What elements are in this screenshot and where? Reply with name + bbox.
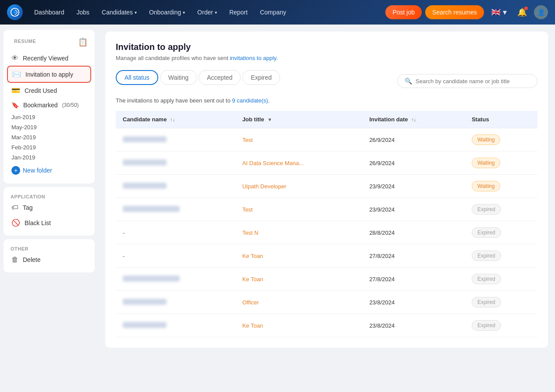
- invitations-table: Candidate name ↑↓ Job title ▼ Invitation…: [116, 111, 537, 337]
- search-input[interactable]: [416, 78, 530, 85]
- col-candidate-name[interactable]: Candidate name ↑↓: [116, 111, 235, 128]
- nav-order[interactable]: Order ▾: [193, 6, 221, 18]
- job-title-link[interactable]: Ke Toan: [242, 276, 263, 283]
- application-section-label: APPLICATION: [7, 192, 49, 203]
- job-title-link[interactable]: Test: [242, 206, 253, 213]
- other-sidebar-card: OTHER 🗑 Delete: [4, 239, 95, 272]
- job-title-link[interactable]: Ke Toan: [242, 322, 263, 329]
- job-title-cell[interactable]: AI Data Science Mana...: [235, 152, 363, 175]
- job-title-link[interactable]: Uipath Developer: [242, 183, 286, 190]
- table-row: -Test N28/8/2024Expired: [116, 221, 537, 244]
- candidate-name-blurred: [123, 183, 167, 189]
- status-badge: Waiting: [472, 134, 501, 145]
- candidate-cell: [116, 128, 235, 152]
- nav-onboarding[interactable]: Onboarding ▾: [145, 6, 189, 18]
- nav-dashboard[interactable]: Dashboard: [30, 6, 69, 18]
- job-title-link[interactable]: Test N: [242, 230, 259, 236]
- job-title-link[interactable]: Officer: [242, 299, 259, 306]
- folder-may-2019[interactable]: May-2019: [11, 122, 87, 132]
- status-badge: Expired: [472, 204, 501, 215]
- sort-icon-date: ↑↓: [411, 117, 416, 122]
- app-logo[interactable]: [7, 4, 23, 20]
- job-title-link[interactable]: AI Data Science Mana...: [242, 160, 304, 166]
- invitation-date-cell: 26/9/2024: [362, 128, 465, 152]
- candidate-cell: [116, 152, 235, 175]
- folder-jun-2019[interactable]: Jun-2019: [11, 112, 87, 122]
- language-selector[interactable]: 🇬🇧 ▾: [487, 6, 510, 19]
- job-title-cell[interactable]: Uipath Developer: [235, 175, 363, 198]
- sidebar-bookmarked[interactable]: 🔖 Bookmarked (30/50): [7, 98, 91, 112]
- job-title-link[interactable]: Ke Toan: [242, 253, 263, 259]
- job-title-cell[interactable]: Test: [235, 198, 363, 221]
- sidebar-item-recently-viewed[interactable]: 👁 Recently Viewed: [7, 51, 91, 66]
- tab-expired[interactable]: Expired: [242, 70, 280, 85]
- candidate-cell: -: [116, 244, 235, 268]
- subtitle-link[interactable]: invitations to apply: [230, 55, 276, 61]
- folder-feb-2019[interactable]: Feb-2019: [11, 142, 87, 152]
- status-tabs: All status Waiting Accepted Expired: [116, 70, 280, 85]
- candidate-name-blurred: [123, 159, 167, 166]
- user-avatar[interactable]: 👤: [534, 5, 548, 19]
- col-job-title[interactable]: Job title ▼: [235, 111, 363, 128]
- content-card: Invitation to apply Manage all candidate…: [105, 32, 548, 348]
- status-badge: Expired: [472, 320, 501, 331]
- status-cell: Waiting: [465, 175, 537, 198]
- job-title-cell[interactable]: Ke Toan: [235, 268, 363, 291]
- blacklist-icon: 🚫: [11, 219, 20, 227]
- table-row: AI Data Science Mana...26/9/2024Waiting: [116, 152, 537, 175]
- sidebar-item-blacklist[interactable]: 🚫 Black List: [7, 215, 91, 230]
- job-title-cell[interactable]: Test N: [235, 221, 363, 244]
- bookmark-icon: 🔖: [11, 102, 19, 109]
- resume-section-label: RESUME: [11, 37, 39, 47]
- job-title-cell[interactable]: Ke Toan: [235, 314, 363, 337]
- status-cell: Waiting: [465, 128, 537, 152]
- folder-jan-2019[interactable]: Jan-2019: [11, 152, 87, 162]
- candidate-name-blurred: [123, 206, 180, 212]
- status-badge: Expired: [472, 227, 501, 238]
- tab-accepted[interactable]: Accepted: [199, 70, 241, 85]
- add-resume-icon[interactable]: 📋: [78, 37, 88, 47]
- candidate-cell: -: [116, 221, 235, 244]
- page-subtitle: Manage all candidate profiles who have s…: [116, 55, 537, 61]
- nav-company[interactable]: Company: [256, 6, 291, 18]
- col-invitation-date[interactable]: Invitation date ↑↓: [362, 111, 465, 128]
- candidate-name-blurred: [123, 322, 167, 328]
- tab-waiting[interactable]: Waiting: [160, 70, 197, 85]
- status-cell: Waiting: [465, 152, 537, 175]
- nav-jobs[interactable]: Jobs: [72, 6, 94, 18]
- status-cell: Expired: [465, 198, 537, 221]
- candidate-cell: [116, 198, 235, 221]
- invitation-info: The invitations to apply have been sent …: [116, 97, 537, 104]
- job-title-cell[interactable]: Test: [235, 128, 363, 152]
- job-title-cell[interactable]: Ke Toan: [235, 244, 363, 268]
- sidebar: RESUME 📋 👁 Recently Viewed ✉️ Invitation…: [0, 25, 98, 392]
- credit-icon: 💳: [11, 86, 20, 95]
- table-row: Ke Toan23/8/2024Expired: [116, 314, 537, 337]
- folder-mar-2019[interactable]: Mar-2019: [11, 132, 87, 142]
- job-title-link[interactable]: Test: [242, 137, 253, 143]
- invitation-date-cell: 23/9/2024: [362, 175, 465, 198]
- job-title-cell[interactable]: Officer: [235, 291, 363, 314]
- candidate-name-dash: -: [123, 230, 125, 236]
- plus-icon: +: [11, 166, 20, 175]
- nav-candidates[interactable]: Candidates ▾: [97, 6, 141, 18]
- notifications-button[interactable]: 🔔: [514, 6, 530, 19]
- tab-all-status[interactable]: All status: [116, 70, 158, 85]
- post-job-button[interactable]: Post job: [385, 5, 422, 19]
- search-resumes-button[interactable]: Search resumes: [425, 5, 484, 19]
- nav-report[interactable]: Report: [225, 6, 252, 18]
- status-badge: Waiting: [472, 158, 501, 168]
- status-cell: Expired: [465, 244, 537, 268]
- candidate-name-dash: -: [123, 253, 125, 259]
- table-row: Test23/9/2024Expired: [116, 198, 537, 221]
- invitation-date-cell: 28/8/2024: [362, 221, 465, 244]
- invitation-date-cell: 27/8/2024: [362, 268, 465, 291]
- sidebar-item-invitation-apply[interactable]: ✉️ Invitation to apply: [7, 66, 91, 83]
- eye-icon: 👁: [11, 54, 18, 62]
- application-sidebar-card: APPLICATION 🏷 Tag 🚫 Black List: [4, 187, 95, 236]
- table-row: Ke Toan27/8/2024Expired: [116, 268, 537, 291]
- sidebar-item-credit-used[interactable]: 💳 Credit Used: [7, 83, 91, 98]
- tag-icon: 🏷: [11, 204, 18, 212]
- new-folder-button[interactable]: + New folder: [7, 162, 91, 178]
- page-title: Invitation to apply: [116, 42, 537, 52]
